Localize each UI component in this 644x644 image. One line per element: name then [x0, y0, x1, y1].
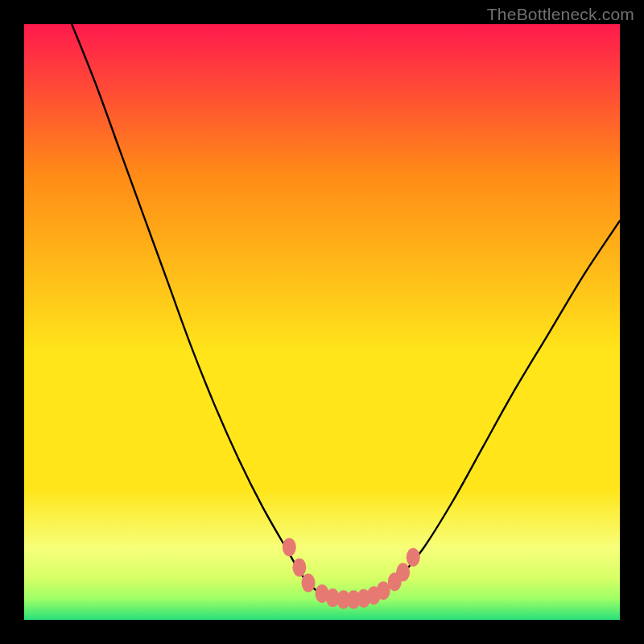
marker-dot	[396, 563, 410, 581]
marker-dot	[292, 558, 306, 576]
marker-dot	[407, 548, 420, 567]
plot-background	[24, 24, 620, 620]
marker-dot	[283, 538, 296, 556]
marker-dot	[301, 574, 315, 592]
chart-stage: TheBottleneck.com	[0, 0, 644, 644]
watermark-text: TheBottleneck.com	[487, 5, 634, 24]
bottleneck-chart	[0, 0, 644, 644]
